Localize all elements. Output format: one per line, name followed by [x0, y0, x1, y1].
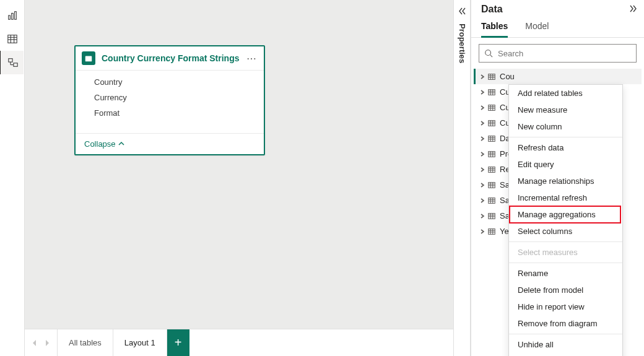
svg-marker-12	[33, 340, 36, 346]
canvas-area: Country Currency Format Strings ⋯ Countr…	[25, 0, 453, 356]
data-panel-header: Data	[471, 0, 644, 15]
svg-rect-0	[8, 15, 10, 19]
table-context-menu: Add related tablesNew measureNew columnR…	[508, 84, 623, 356]
table-icon	[487, 196, 496, 205]
search-input[interactable]	[497, 48, 631, 59]
data-panel: Data Tables Model CouCurCurCusDatProResS…	[471, 0, 644, 356]
expand-properties-icon[interactable]	[456, 5, 468, 17]
table-icon	[487, 88, 496, 97]
context-menu-item[interactable]: Manage aggregations	[509, 206, 622, 223]
chevron-right-icon	[479, 105, 486, 110]
tab-tables[interactable]: Tables	[481, 21, 508, 38]
table-icon	[487, 212, 496, 220]
chevron-right-icon	[479, 167, 486, 172]
chevron-right-icon	[479, 229, 486, 234]
add-layout-button[interactable]: +	[167, 329, 189, 356]
search-row	[471, 38, 644, 69]
report-view-button[interactable]	[0, 4, 25, 27]
table-card-title: Country Currency Format Strings	[102, 53, 245, 63]
expand-panel-icon[interactable]	[629, 4, 638, 15]
context-menu-item[interactable]: Manage relationships	[509, 173, 622, 189]
table-icon	[487, 227, 496, 236]
menu-separator	[509, 263, 622, 263]
pager-next-button[interactable]	[41, 334, 53, 352]
tab-all-tables[interactable]: All tables	[58, 329, 113, 356]
context-menu-item[interactable]: Delete from model	[509, 282, 622, 298]
context-menu-item[interactable]: Collapse all	[509, 353, 622, 356]
svg-rect-61	[489, 213, 495, 219]
data-panel-tabs: Tables Model	[471, 15, 644, 38]
properties-label: Properties	[458, 24, 467, 63]
svg-rect-21	[489, 89, 495, 95]
svg-line-15	[490, 55, 493, 58]
table-card-fields: Country Currency Format	[76, 71, 264, 133]
menu-separator	[509, 334, 622, 334]
field-row[interactable]: Currency	[76, 90, 264, 105]
table-icon	[487, 150, 496, 158]
svg-rect-8	[9, 59, 12, 62]
context-menu-item[interactable]: New column	[509, 118, 622, 135]
svg-rect-16	[489, 74, 495, 79]
search-icon	[484, 49, 493, 58]
collapse-label: Collapse	[84, 139, 116, 149]
context-menu-item[interactable]: Add related tables	[509, 85, 622, 102]
data-view-button[interactable]	[0, 27, 25, 51]
svg-rect-2	[14, 12, 16, 20]
layout-tabs-footer: All tables Layout 1 +	[25, 329, 453, 356]
more-options-icon[interactable]: ⋯	[245, 52, 258, 64]
svg-rect-51	[489, 182, 495, 188]
field-row[interactable]: Country	[76, 74, 264, 90]
model-view-button[interactable]	[0, 51, 24, 74]
collapse-toggle[interactable]: Collapse	[76, 133, 264, 154]
app-root: Country Currency Format Strings ⋯ Countr…	[0, 0, 644, 356]
table-icon	[487, 165, 496, 174]
context-menu-item[interactable]: Select columns	[509, 223, 622, 240]
context-menu-item[interactable]: Incremental refresh	[509, 189, 622, 206]
table-icon	[487, 134, 496, 143]
context-menu-item[interactable]: Hide in report view	[509, 298, 622, 315]
table-icon	[487, 181, 496, 189]
field-row[interactable]: Format	[76, 105, 264, 121]
tab-layout-1[interactable]: Layout 1	[113, 329, 167, 356]
chevron-right-icon	[479, 152, 486, 157]
context-menu-item[interactable]: New measure	[509, 102, 622, 118]
context-menu-item[interactable]: Rename	[509, 265, 622, 282]
chevron-right-icon	[479, 198, 486, 203]
context-menu-item[interactable]: Refresh data	[509, 139, 622, 156]
chevron-right-icon	[479, 121, 486, 126]
svg-rect-31	[489, 120, 495, 126]
svg-rect-36	[489, 136, 495, 141]
context-menu-item: Select measures	[509, 244, 622, 261]
table-icon	[487, 119, 496, 128]
table-icon	[487, 103, 496, 112]
svg-rect-26	[489, 105, 495, 110]
chevron-right-icon	[479, 214, 486, 219]
chevron-right-icon	[479, 90, 486, 95]
tree-label: Cou	[500, 72, 515, 81]
pager-prev-button[interactable]	[28, 334, 41, 352]
table-card[interactable]: Country Currency Format Strings ⋯ Countr…	[74, 45, 265, 155]
svg-rect-56	[489, 198, 495, 203]
context-menu-item[interactable]: Edit query	[509, 156, 622, 173]
context-menu-item[interactable]: Unhide all	[509, 336, 622, 353]
menu-separator	[509, 137, 622, 137]
chevron-right-icon	[479, 136, 486, 141]
svg-rect-1	[11, 13, 13, 19]
left-view-rail	[0, 0, 25, 356]
tree-table-row[interactable]: Cou	[474, 69, 642, 84]
data-panel-title: Data	[481, 4, 503, 15]
context-menu-item[interactable]: Remove from diagram	[509, 315, 622, 332]
svg-rect-46	[489, 167, 495, 172]
search-box[interactable]	[479, 44, 637, 63]
tabs-pager	[25, 329, 58, 356]
svg-point-14	[485, 50, 491, 56]
chevron-up-icon	[118, 139, 124, 149]
table-icon	[82, 51, 95, 65]
table-icon	[487, 72, 496, 81]
tab-model[interactable]: Model	[525, 21, 549, 37]
properties-collapsed-strip[interactable]: Properties	[453, 0, 471, 356]
svg-rect-3	[7, 35, 16, 43]
table-card-header[interactable]: Country Currency Format Strings ⋯	[76, 46, 264, 71]
model-canvas[interactable]: Country Currency Format Strings ⋯ Countr…	[25, 0, 453, 329]
svg-marker-13	[46, 340, 49, 346]
